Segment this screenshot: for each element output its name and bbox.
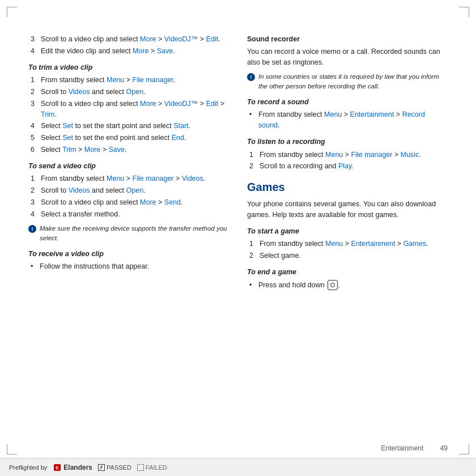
open-link[interactable]: Open	[126, 88, 144, 96]
list-item: 3 Scroll to a video clip and select More…	[28, 99, 229, 120]
note-icon: !	[28, 225, 36, 233]
list-item: • Press and hold down .	[247, 280, 448, 291]
item-num: 5	[31, 133, 37, 143]
item-text: Edit the video clip and select More > Sa…	[41, 46, 175, 57]
item-text: Press and hold down .	[258, 280, 340, 291]
list-item: • Follow the instructions that appear.	[28, 261, 229, 272]
videos-link[interactable]: Videos	[69, 186, 90, 194]
footer-bar: Preflighted by E Elanders ✗ PASSED FAILE…	[0, 458, 476, 476]
list-item: 2 Select game.	[247, 250, 448, 261]
music-link[interactable]: Music	[401, 151, 419, 159]
corner-mark-tr	[459, 7, 469, 17]
note-icon-2: !	[247, 73, 255, 81]
item-num: 2	[249, 250, 256, 261]
record-sound-link[interactable]: Record sound	[258, 110, 425, 129]
note-box-2: ! In some countries or states it is requ…	[247, 72, 448, 91]
failed-label: FAILED	[146, 464, 167, 471]
more-link[interactable]: More	[140, 35, 156, 43]
preflight-label: Preflighted by	[9, 464, 47, 471]
end-link[interactable]: End	[172, 134, 184, 142]
list-item: 2 Scroll to Videos and select Open.	[28, 185, 229, 196]
list-item: 1 From standby select Menu > Entertainme…	[247, 239, 448, 249]
item-text: Scroll to a video clip and select More >…	[41, 197, 183, 208]
trim-link[interactable]: Trim	[41, 110, 55, 118]
filemanager-link[interactable]: File manager	[133, 76, 173, 84]
item-text: Select Set to set the start point and se…	[41, 121, 190, 131]
section-label: Entertainment	[381, 444, 424, 452]
filemanager-link[interactable]: File manager	[351, 151, 393, 159]
sound-recorder-body: You can record a voice memo or a call. R…	[247, 46, 448, 68]
item-text: Select game.	[260, 250, 301, 261]
videodj-link[interactable]: VideoDJ™	[164, 35, 198, 43]
sound-recorder-heading: Sound recorder	[247, 34, 448, 45]
set-link[interactable]: Set	[62, 122, 73, 130]
more-link[interactable]: More	[140, 100, 156, 108]
key-icon	[328, 280, 338, 290]
send-link[interactable]: Send	[164, 198, 181, 206]
item-num: 4	[31, 121, 37, 131]
right-column: Sound recorder You can record a voice me…	[247, 34, 448, 442]
listen-list: 1 From standby select Menu > File manage…	[247, 150, 448, 172]
save-link[interactable]: Save	[157, 47, 173, 55]
item-num: 3	[31, 197, 37, 208]
menu-link[interactable]: Menu	[325, 240, 343, 248]
entertainment-link[interactable]: Entertainment	[351, 240, 396, 248]
fail-checkbox	[137, 464, 144, 471]
left-column: 3 Scroll to a video clip and select More…	[28, 34, 229, 442]
list-item: 4 Edit the video clip and select More > …	[28, 46, 229, 57]
more-link[interactable]: More	[84, 146, 100, 154]
filemanager-link[interactable]: File manager	[133, 175, 174, 182]
trim-link[interactable]: Trim	[62, 146, 76, 154]
item-num: 2	[249, 161, 256, 172]
entertainment-link[interactable]: Entertainment	[350, 110, 394, 118]
page-number: 49	[440, 444, 448, 452]
item-text: Scroll to a video clip and select More >…	[41, 99, 229, 120]
list-item: 1 From standby select Menu > File manage…	[247, 150, 448, 160]
videodj-link[interactable]: VideoDJ™	[164, 100, 198, 108]
item-num: 1	[31, 75, 37, 86]
games-heading: Games	[247, 178, 448, 196]
bullet: •	[249, 280, 255, 291]
menu-link[interactable]: Menu	[107, 76, 124, 84]
videos-link[interactable]: Videos	[182, 175, 203, 182]
list-item: 3 Scroll to a video clip and select More…	[28, 34, 229, 45]
play-link[interactable]: Play	[338, 162, 351, 170]
item-num: 2	[31, 87, 37, 97]
menu-link[interactable]: Menu	[325, 151, 343, 159]
end-game-list: • Press and hold down .	[247, 280, 448, 291]
list-item: • From standby select Menu > Entertainme…	[247, 109, 448, 131]
item-text: Follow the instructions that appear.	[40, 261, 149, 272]
more-link[interactable]: More	[133, 47, 148, 55]
item-text: From standby select Menu > File manager …	[260, 150, 421, 160]
item-text: From standby select Menu > File manager …	[41, 173, 205, 184]
videos-link[interactable]: Videos	[69, 88, 90, 96]
corner-mark-tl	[7, 7, 17, 17]
item-text: Scroll to a recording and Play.	[260, 161, 354, 172]
item-num: 4	[31, 46, 37, 57]
receive-list: • Follow the instructions that appear.	[28, 261, 229, 272]
page-footer: Entertainment 49	[381, 444, 448, 452]
page: 3 Scroll to a video clip and select More…	[0, 0, 476, 476]
note-box-1: ! Make sure the receiving device support…	[28, 224, 229, 243]
item-num: 4	[31, 209, 37, 220]
start-link[interactable]: Start	[173, 122, 188, 130]
start-game-heading: To start a game	[247, 226, 448, 237]
menu-link[interactable]: Menu	[107, 175, 124, 182]
item-text: Select Set to set the end point and sele…	[41, 133, 186, 143]
set-link[interactable]: Set	[62, 134, 73, 142]
item-text: Select Trim > More > Save.	[41, 144, 127, 155]
open-link[interactable]: Open	[126, 186, 144, 194]
item-text: From standby select Menu > Entertainment…	[258, 109, 448, 131]
edit-link[interactable]: Edit	[206, 35, 219, 43]
item-num: 2	[31, 185, 37, 196]
edit-link[interactable]: Edit	[206, 100, 219, 108]
games-link[interactable]: Games	[403, 240, 426, 248]
more-link[interactable]: More	[140, 198, 156, 206]
item-text: Scroll to a video clip and select More >…	[41, 34, 220, 45]
save-link[interactable]: Save	[109, 146, 125, 154]
item-num: 1	[31, 173, 37, 184]
menu-link[interactable]: Menu	[324, 110, 342, 118]
send-list: 1 From standby select Menu > File manage…	[28, 173, 229, 219]
list-item: 1 From standby select Menu > File manage…	[28, 75, 229, 86]
list-item: 3 Scroll to a video clip and select More…	[28, 197, 229, 208]
